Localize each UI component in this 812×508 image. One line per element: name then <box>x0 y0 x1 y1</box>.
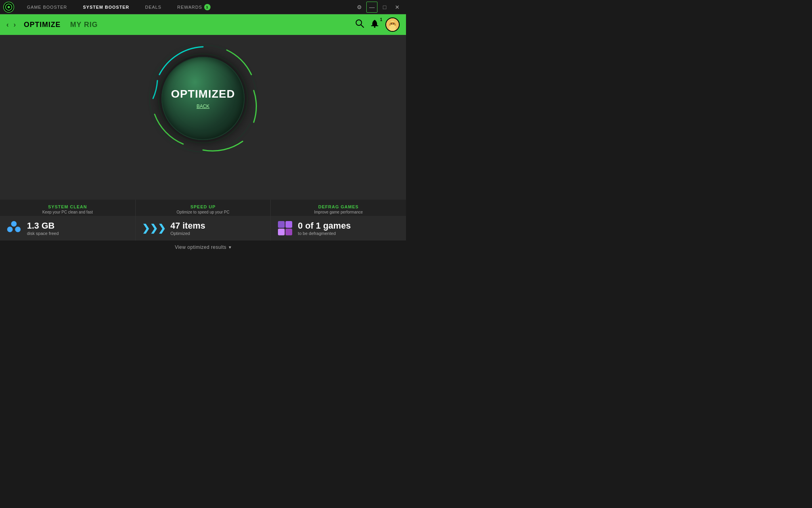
back-arrow[interactable]: ‹ <box>6 21 9 29</box>
speed-up-detail: Optimized <box>170 231 205 236</box>
system-clean-header: SYSTEM CLEAN Keep your PC clean and fast <box>0 200 135 216</box>
settings-button[interactable]: ⚙ <box>354 2 365 13</box>
speed-up-subtitle: Optimize to speed up your PC <box>142 210 264 214</box>
svg-rect-10 <box>389 23 391 26</box>
svg-point-5 <box>374 26 375 28</box>
notification-button[interactable]: 1 <box>370 19 379 30</box>
speed-up-metric: 47 items Optimized <box>170 221 205 236</box>
nav-item-rewards[interactable]: REWARDS 1 <box>169 0 218 14</box>
minimize-button[interactable]: — <box>366 2 377 13</box>
svg-point-12 <box>391 23 392 25</box>
secondary-right-controls: 1 <box>355 17 400 32</box>
speed-up-title: SPEED UP <box>142 204 264 209</box>
speed-up-card: SPEED UP Optimize to speed up your PC ❯ … <box>136 200 271 241</box>
defrag-value: 0 of 1 games <box>298 221 350 231</box>
main-nav: GAME BOOSTER SYSTEM BOOSTER DEALS REWARD… <box>19 0 354 14</box>
app-logo <box>3 2 14 13</box>
main-content: OPTIMIZED BACK SYSTEM CLEAN Keep your PC… <box>0 35 406 254</box>
system-clean-value: 1.3 GB <box>27 221 59 231</box>
view-results-label: View optimized results <box>175 244 226 250</box>
system-clean-card: SYSTEM CLEAN Keep your PC clean and fast… <box>0 200 136 241</box>
user-avatar[interactable] <box>385 17 400 32</box>
back-link[interactable]: BACK <box>197 104 210 109</box>
svg-rect-9 <box>390 22 395 25</box>
search-button[interactable] <box>355 19 364 30</box>
dot-2 <box>7 227 13 232</box>
speed-up-icon: ❯ ❯ ❯ <box>142 223 166 234</box>
system-clean-body: 1.3 GB disk space freed <box>0 216 135 241</box>
nav-item-game-booster[interactable]: GAME BOOSTER <box>19 0 75 14</box>
nav-my-rig[interactable]: MY RIG <box>70 21 98 29</box>
arrow-3: ❯ <box>158 223 166 234</box>
system-clean-title: SYSTEM CLEAN <box>6 204 129 209</box>
diamond-piece-3 <box>278 229 285 235</box>
svg-rect-11 <box>395 23 396 26</box>
speed-up-header: SPEED UP Optimize to speed up your PC <box>136 200 271 216</box>
forward-arrow[interactable]: › <box>13 21 16 29</box>
secondary-nav-bar: ‹ › OPTIMIZE MY RIG 1 <box>0 14 406 35</box>
svg-point-13 <box>393 23 395 25</box>
system-clean-icon <box>6 221 22 235</box>
optimized-display[interactable]: OPTIMIZED BACK <box>161 57 245 140</box>
notification-count: 1 <box>380 17 382 22</box>
speed-up-value: 47 items <box>170 221 205 231</box>
svg-line-4 <box>361 25 364 28</box>
nav-item-deals[interactable]: DEALS <box>137 0 169 14</box>
system-clean-metric: 1.3 GB disk space freed <box>27 221 59 236</box>
defrag-detail: to be defragmented <box>298 231 350 236</box>
speed-up-body: ❯ ❯ ❯ 47 items Optimized <box>136 216 271 241</box>
secondary-nav: OPTIMIZE MY RIG <box>24 21 355 29</box>
system-clean-detail: disk space freed <box>27 231 59 236</box>
nav-arrows: ‹ › <box>6 21 16 29</box>
defrag-icon <box>277 221 293 235</box>
diamond-piece-1 <box>278 221 285 228</box>
maximize-button[interactable]: □ <box>379 2 390 13</box>
diamond-piece-4 <box>285 229 292 235</box>
dot-1 <box>11 221 17 227</box>
defrag-title: DEFRAG GAMES <box>277 204 400 209</box>
title-bar: GAME BOOSTER SYSTEM BOOSTER DEALS REWARD… <box>0 0 406 14</box>
arrow-2: ❯ <box>150 223 158 234</box>
defrag-subtitle: Improve game performance <box>277 210 400 214</box>
dot-3 <box>15 227 21 232</box>
arrow-1: ❯ <box>142 223 150 234</box>
system-clean-subtitle: Keep your PC clean and fast <box>6 210 129 214</box>
nav-optimize[interactable]: OPTIMIZE <box>24 21 61 29</box>
view-results-chevron: ▾ <box>229 244 231 250</box>
close-button[interactable]: ✕ <box>392 2 403 13</box>
defrag-body: 0 of 1 games to be defragmented <box>271 216 406 241</box>
cards-row: SYSTEM CLEAN Keep your PC clean and fast… <box>0 200 406 241</box>
svg-rect-8 <box>389 25 396 31</box>
results-section: SYSTEM CLEAN Keep your PC clean and fast… <box>0 200 406 254</box>
defrag-metric: 0 of 1 games to be defragmented <box>298 221 350 236</box>
defrag-header: DEFRAG GAMES Improve game performance <box>271 200 406 216</box>
window-controls: ⚙ — □ ✕ <box>354 2 403 13</box>
optimized-label: OPTIMIZED <box>171 88 235 100</box>
svg-point-2 <box>8 6 10 8</box>
nav-item-system-booster[interactable]: SYSTEM BOOSTER <box>75 0 137 14</box>
view-results-row[interactable]: View optimized results ▾ <box>0 241 406 254</box>
optimization-circle: OPTIMIZED BACK <box>147 43 259 154</box>
rewards-badge: 1 <box>204 4 211 10</box>
defrag-games-card: DEFRAG GAMES Improve game performance 0 … <box>271 200 406 241</box>
diamond-piece-2 <box>285 221 292 228</box>
